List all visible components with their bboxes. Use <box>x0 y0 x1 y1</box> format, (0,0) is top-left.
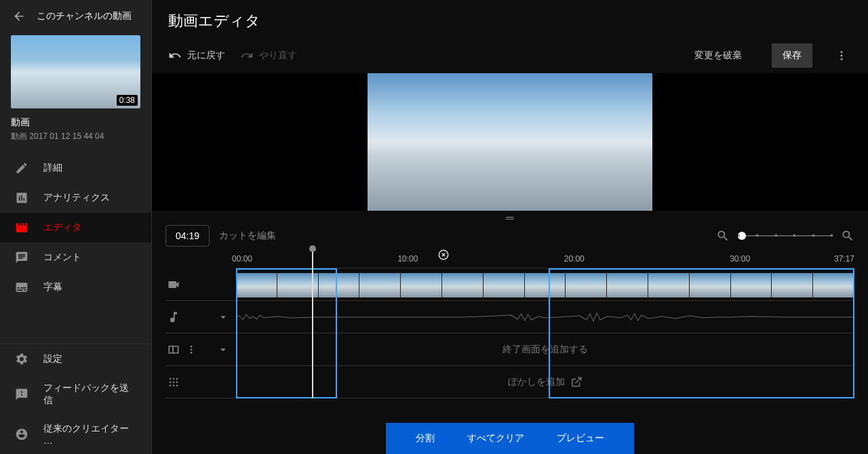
nav-label: 字幕 <box>43 281 62 293</box>
video-title: 動画 <box>11 117 140 129</box>
ruler-mark: 30:00 <box>730 254 750 264</box>
gear-icon <box>15 352 28 366</box>
selection-box-a[interactable] <box>236 268 337 398</box>
nav-label: コメント <box>43 251 81 264</box>
nav-classic-creator[interactable]: 従来のクリエイター … <box>0 415 151 454</box>
ruler-mark: 10:00 <box>397 254 418 264</box>
svg-point-7 <box>170 377 172 379</box>
nav-label: 設定 <box>43 353 62 365</box>
svg-point-6 <box>191 352 193 354</box>
sidebar-nav: 詳細 アナリティクス エディタ コメント 字幕 <box>0 149 151 344</box>
nav-feedback[interactable]: フィードバックを送信 <box>0 374 151 415</box>
nav-label: フィードバックを送信 <box>43 382 136 407</box>
nav-details[interactable]: 詳細 <box>0 153 151 183</box>
video-track-icon <box>167 278 180 291</box>
preview-video[interactable] <box>368 73 652 211</box>
redo-icon <box>240 49 254 62</box>
undo-icon <box>168 49 182 62</box>
page-title: 動画エディタ <box>168 11 852 31</box>
action-bar: 分割 すべてクリア プレビュー <box>165 398 854 454</box>
more-button[interactable] <box>827 44 852 67</box>
video-date: 動画 2017 01 12 15 44 04 <box>11 131 140 142</box>
thumbnail-duration: 0:38 <box>117 95 138 106</box>
svg-point-8 <box>173 377 175 379</box>
undo-button[interactable]: 元に戻す <box>168 49 225 62</box>
svg-point-14 <box>173 384 175 386</box>
selection-box-b[interactable] <box>549 268 854 398</box>
save-button[interactable]: 保存 <box>772 43 812 68</box>
ruler-mark: 37:17 <box>834 254 854 264</box>
svg-point-15 <box>176 384 178 386</box>
timeline-ruler[interactable]: 00:00 10:00 20:00 30:00 37:17 <box>236 249 854 268</box>
chevron-down-icon[interactable] <box>217 344 229 356</box>
subtitle-icon <box>15 281 28 294</box>
zoom-slider[interactable] <box>738 235 833 236</box>
sidebar-footer: 設定 フィードバックを送信 従来のクリエイター … <box>0 344 151 454</box>
svg-point-4 <box>191 346 193 348</box>
audio-track-icon <box>167 310 180 324</box>
edit-cut-label: カットを編集 <box>219 230 276 242</box>
zoom-out-icon[interactable] <box>716 229 730 243</box>
svg-point-0 <box>841 51 843 53</box>
video-thumbnail[interactable]: 0:38 <box>11 35 140 108</box>
comment-icon <box>15 251 28 264</box>
more-vert-icon[interactable] <box>186 344 197 355</box>
discard-button[interactable]: 変更を破棄 <box>685 43 751 68</box>
nav-subtitles[interactable]: 字幕 <box>0 272 151 302</box>
video-meta: 動画 動画 2017 01 12 15 44 04 <box>0 117 151 149</box>
main: 動画エディタ 元に戻す やり直す 変更を破棄 保存 ═ 04:19 カットを編集 <box>152 0 868 454</box>
nav-analytics[interactable]: アナリティクス <box>0 183 151 213</box>
svg-point-9 <box>176 377 178 379</box>
svg-point-12 <box>176 381 178 383</box>
svg-point-11 <box>173 381 175 383</box>
feedback-icon <box>15 388 28 401</box>
chart-icon <box>15 191 28 205</box>
timeline: 00:00 10:00 20:00 30:00 37:17 <box>152 249 868 454</box>
nav-label: アナリティクス <box>43 192 110 204</box>
toolbar: 元に戻す やり直す 変更を破棄 保存 <box>152 37 868 70</box>
current-time-input[interactable]: 04:19 <box>165 225 210 247</box>
nav-editor[interactable]: エディタ <box>0 213 151 243</box>
more-vert-icon <box>835 49 848 62</box>
clear-all-button[interactable]: すべてクリア <box>467 432 524 445</box>
nav-settings[interactable]: 設定 <box>0 344 151 374</box>
panel-drag-handle[interactable]: ═ <box>152 211 868 225</box>
split-button[interactable]: 分割 <box>416 432 435 445</box>
zoom-in-icon[interactable] <box>841 229 854 243</box>
editor-icon <box>15 221 28 234</box>
nav-label: エディタ <box>43 222 81 234</box>
redo-button: やり直す <box>240 49 297 62</box>
sidebar-back-label: このチャンネルの動画 <box>37 10 132 22</box>
nav-label: 詳細 <box>43 162 62 174</box>
preview-button[interactable]: プレビュー <box>557 432 604 445</box>
tracks: 終了画面を追加する ぼかしを追加 <box>165 268 854 398</box>
svg-point-5 <box>191 348 193 350</box>
blur-track-icon <box>167 375 180 389</box>
remove-cut-icon[interactable] <box>437 249 450 261</box>
back-arrow-icon[interactable] <box>12 9 26 23</box>
chevron-down-icon[interactable] <box>217 311 229 323</box>
creator-icon <box>15 428 28 441</box>
ruler-mark: 20:00 <box>564 254 585 264</box>
svg-point-1 <box>841 55 843 57</box>
endscreen-track-icon <box>167 343 180 356</box>
sidebar: このチャンネルの動画 0:38 動画 動画 2017 01 12 15 44 0… <box>0 0 152 454</box>
playhead[interactable] <box>312 249 313 398</box>
pencil-icon <box>15 161 28 175</box>
svg-point-10 <box>170 381 172 383</box>
time-controls: 04:19 カットを編集 <box>152 225 868 249</box>
svg-point-2 <box>841 58 843 60</box>
ruler-mark: 00:00 <box>232 254 252 264</box>
preview-area <box>152 73 868 211</box>
svg-point-13 <box>170 384 172 386</box>
nav-label: 従来のクリエイター … <box>43 423 136 446</box>
nav-comments[interactable]: コメント <box>0 243 151 272</box>
